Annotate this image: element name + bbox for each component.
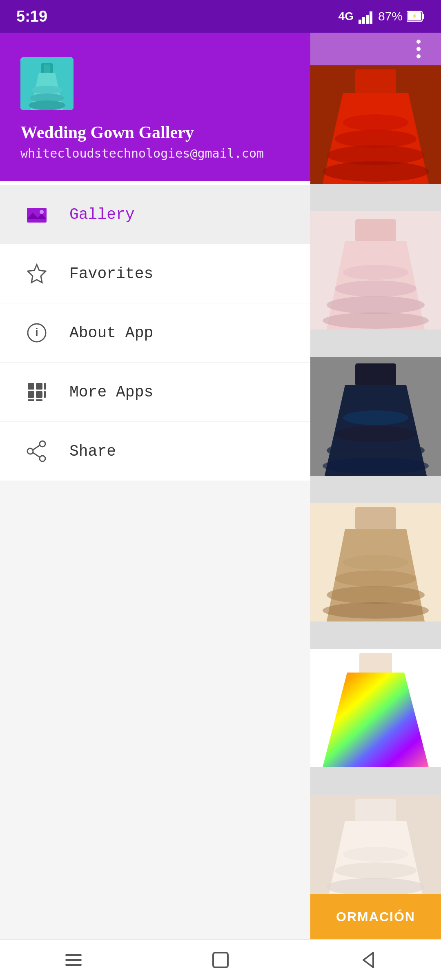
status-icons: 4G 87% ⚡ [339,8,425,24]
svg-rect-26 [44,391,46,398]
star-icon [24,261,49,286]
svg-marker-18 [28,265,46,283]
svg-point-11 [31,86,62,94]
svg-rect-43 [355,219,396,242]
menu-item-more-apps[interactable]: More Apps [0,363,310,422]
svg-rect-57 [355,507,396,530]
hamburger-icon [63,949,84,971]
svg-point-55 [323,458,429,474]
share-icon [24,439,49,463]
svg-line-32 [33,445,40,450]
svg-rect-27 [28,399,34,401]
svg-rect-64 [359,653,392,673]
gallery-grid [310,65,441,939]
svg-point-54 [327,441,425,459]
menu-item-share[interactable]: Share [0,422,310,481]
app-container: Wedding Gown Gallery whitecloudstechnolo… [0,33,441,939]
dot2 [416,47,421,51]
menu-item-favorites[interactable]: Favorites [0,244,310,303]
gallery-item-pink[interactable] [310,211,441,330]
gallery-header [310,33,441,65]
ad-banner[interactable]: ORMACIÓN [310,894,441,939]
svg-text:⚡: ⚡ [412,13,417,19]
gallery-item-red[interactable] [310,65,441,184]
back-arrow-icon [357,949,378,971]
navigation-drawer: Wedding Gown Gallery whitecloudstechnolo… [0,33,310,939]
svg-rect-36 [355,69,396,94]
svg-rect-1 [362,17,365,24]
svg-rect-3 [370,11,372,24]
drawer-menu: Gallery Favorites i Ab [0,181,310,481]
svg-point-62 [323,602,429,619]
overflow-menu-button[interactable] [412,36,425,62]
svg-rect-76 [213,953,228,967]
nav-back-button[interactable] [347,944,388,976]
drawer-header: Wedding Gown Gallery whitecloudstechnolo… [0,33,310,181]
grid-icon [24,380,49,404]
svg-point-71 [327,878,425,896]
svg-point-61 [327,586,425,604]
svg-rect-14 [44,65,50,73]
battery-percentage: 87% [378,9,403,23]
svg-point-46 [335,281,416,297]
svg-point-39 [335,130,416,148]
share-label: Share [69,443,116,460]
logo-dress-image [20,57,74,110]
svg-point-29 [40,441,45,447]
gallery-icon [24,202,49,227]
signal-bars-icon [358,8,374,24]
svg-rect-24 [28,391,34,398]
drawer-app-name: Wedding Gown Gallery [20,122,290,142]
svg-point-30 [40,456,45,461]
gallery-item-rainbow[interactable] [310,649,441,767]
gallery-item-nude[interactable] [310,503,441,621]
status-bar: 5:19 4G 87% ⚡ [0,0,441,33]
bottom-navigation [0,939,441,980]
about-label: About App [69,324,153,342]
svg-point-69 [343,847,408,862]
status-time: 5:19 [16,8,47,25]
svg-rect-22 [36,383,42,390]
svg-point-53 [335,426,416,442]
svg-rect-67 [355,799,396,822]
favorites-label: Favorites [69,265,153,283]
menu-item-about[interactable]: i About App [0,303,310,363]
svg-rect-28 [36,399,42,401]
signal-text: 4G [339,10,354,23]
app-logo [20,57,74,110]
svg-point-41 [323,161,429,182]
svg-point-48 [323,312,429,329]
home-square-icon [210,949,231,971]
svg-rect-21 [28,383,34,390]
drawer-email: whitecloudstechnologies@gmail.com [20,146,290,160]
svg-point-47 [327,296,425,314]
info-icon: i [24,321,49,345]
gallery-label: Gallery [69,206,135,223]
ad-text: ORMACIÓN [336,909,415,924]
svg-rect-5 [422,14,424,19]
svg-point-31 [27,448,33,454]
svg-point-60 [335,570,416,587]
svg-point-59 [343,555,408,570]
svg-rect-2 [366,15,369,24]
svg-point-70 [335,862,416,879]
more-apps-label: More Apps [69,383,153,401]
gallery-panel: ORMACIÓN [310,33,441,939]
svg-rect-25 [36,391,42,398]
svg-text:i: i [35,326,38,339]
svg-marker-77 [363,953,373,967]
dot1 [416,40,421,44]
svg-line-33 [33,452,40,457]
svg-point-52 [343,410,408,425]
svg-point-38 [343,114,408,131]
menu-item-gallery[interactable]: Gallery [0,185,310,244]
gallery-item-navy[interactable] [310,357,441,476]
svg-point-45 [343,265,408,280]
svg-rect-23 [44,383,46,390]
svg-rect-15 [27,208,47,223]
nav-menu-button[interactable] [53,944,94,976]
svg-rect-0 [359,20,361,24]
nav-home-button[interactable] [200,944,241,976]
svg-point-17 [40,210,44,214]
battery-icon: ⚡ [407,11,425,22]
